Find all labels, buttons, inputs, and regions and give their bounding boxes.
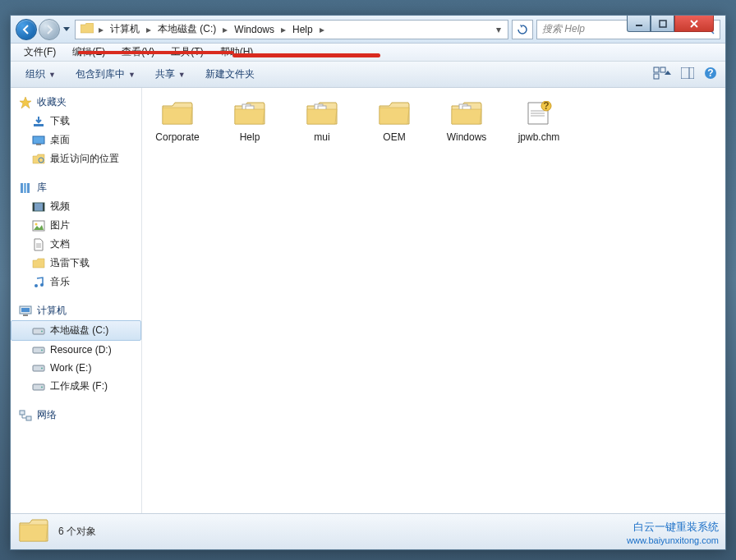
organize-button[interactable]: 组织▼ xyxy=(17,64,64,85)
favorites-header[interactable]: 收藏夹 xyxy=(11,93,141,112)
svg-rect-13 xyxy=(36,144,41,145)
libraries-header[interactable]: 库 xyxy=(11,178,141,197)
refresh-button[interactable] xyxy=(512,20,533,39)
sidebar-item-desktop[interactable]: 桌面 xyxy=(11,131,141,149)
svg-rect-18 xyxy=(33,203,44,211)
sidebar-item-drive-c[interactable]: 本地磁盘 (C:) xyxy=(11,320,141,341)
folder-icon xyxy=(80,23,94,36)
music-icon xyxy=(32,276,45,289)
annotation-red-underline xyxy=(232,53,380,57)
command-toolbar: 组织▼ 包含到库中▼ 共享▼ 新建文件夹 ? xyxy=(11,62,725,88)
breadcrumb-separator[interactable]: ▸ xyxy=(318,24,326,35)
svg-rect-17 xyxy=(27,183,30,193)
svg-rect-20 xyxy=(43,203,44,211)
sidebar-item-drive-d[interactable]: Resource (D:) xyxy=(11,341,141,359)
svg-rect-4 xyxy=(654,67,659,72)
view-options-button[interactable] xyxy=(651,65,673,84)
forward-button[interactable] xyxy=(39,19,60,40)
main-area: 收藏夹 下载 桌面 最近访问的位置 库 视频 图片 文档 迅雷下载 音乐 xyxy=(11,88,725,513)
svg-rect-29 xyxy=(21,308,30,312)
file-label: OEM xyxy=(383,131,405,143)
sidebar-item-downloads[interactable]: 下载 xyxy=(11,112,141,131)
drive-icon xyxy=(32,361,45,374)
file-label: Corporate xyxy=(155,131,199,143)
library-icon xyxy=(19,181,32,195)
file-item-help[interactable]: Help xyxy=(221,98,278,163)
sidebar-item-recent[interactable]: 最近访问的位置 xyxy=(11,149,141,168)
minimize-icon xyxy=(635,20,643,28)
svg-rect-7 xyxy=(681,67,694,79)
address-bar[interactable]: ▸ 计算机 ▸ 本地磁盘 (C:) ▸ Windows ▸ Help ▸ ▾ xyxy=(75,20,508,39)
sidebar-item-drive-e[interactable]: Work (E:) xyxy=(11,359,141,377)
close-button[interactable] xyxy=(674,16,714,32)
help-icon: ? xyxy=(704,67,717,80)
menu-file[interactable]: 文件(F) xyxy=(16,44,64,61)
file-item-mui[interactable]: mui xyxy=(293,98,351,163)
watermark: 白云一键重装系统 www.baiyunxitong.com xyxy=(627,521,719,546)
file-label: Windows xyxy=(447,131,487,143)
svg-rect-16 xyxy=(24,183,26,193)
folder-icon xyxy=(451,101,482,128)
network-header[interactable]: 网络 xyxy=(11,406,141,425)
status-item-count: 6 个对象 xyxy=(58,525,96,539)
breadcrumb-separator[interactable]: ▸ xyxy=(97,24,105,35)
folder-icon xyxy=(379,101,410,128)
computer-header[interactable]: 计算机 xyxy=(11,301,141,320)
file-list[interactable]: CorporateHelpmuiOEMWindows?jpwb.chm xyxy=(142,88,725,513)
breadcrumb-separator[interactable]: ▸ xyxy=(145,24,153,35)
navigation-pane[interactable]: 收藏夹 下载 桌面 最近访问的位置 库 视频 图片 文档 迅雷下载 音乐 xyxy=(11,88,142,513)
download-icon xyxy=(32,115,45,128)
video-icon xyxy=(32,200,45,213)
chm-file-icon: ? xyxy=(523,101,554,128)
chevron-down-icon: ▼ xyxy=(48,71,56,79)
breadcrumb-separator[interactable]: ▸ xyxy=(221,24,229,35)
file-item-corporate[interactable]: Corporate xyxy=(149,98,206,163)
window-controls xyxy=(627,16,714,32)
new-folder-button[interactable]: 新建文件夹 xyxy=(197,64,263,85)
file-item-oem[interactable]: OEM xyxy=(366,98,423,163)
breadcrumb-help[interactable]: Help xyxy=(288,22,318,37)
chevron-down-icon: ▼ xyxy=(178,71,186,79)
nav-history-dropdown[interactable] xyxy=(62,19,71,40)
breadcrumb-computer[interactable]: 计算机 xyxy=(105,21,145,38)
include-in-library-button[interactable]: 包含到库中▼ xyxy=(67,64,144,85)
drive-icon xyxy=(32,380,45,393)
preview-pane-button[interactable] xyxy=(679,66,696,83)
refresh-icon xyxy=(517,24,528,35)
annotation-red-underline xyxy=(78,51,234,54)
address-dropdown[interactable]: ▾ xyxy=(491,22,506,37)
breadcrumb-drive-c[interactable]: 本地磁盘 (C:) xyxy=(153,21,221,38)
help-button[interactable]: ? xyxy=(702,65,719,84)
nav-buttons xyxy=(16,19,71,40)
sidebar-item-pictures[interactable]: 图片 xyxy=(11,216,141,235)
sidebar-item-music[interactable]: 音乐 xyxy=(11,273,141,291)
file-item-jpwb-chm[interactable]: ?jpwb.chm xyxy=(510,98,568,163)
breadcrumb-separator[interactable]: ▸ xyxy=(279,24,288,35)
file-label: mui xyxy=(314,131,329,143)
maximize-button[interactable] xyxy=(651,16,674,32)
svg-rect-1 xyxy=(660,21,666,27)
computer-group: 计算机 本地磁盘 (C:) Resource (D:) Work (E:) 工作… xyxy=(11,301,141,396)
breadcrumb-windows[interactable]: Windows xyxy=(229,22,279,37)
share-button[interactable]: 共享▼ xyxy=(147,64,194,85)
folder-icon xyxy=(234,101,265,128)
drive-icon xyxy=(32,343,45,356)
svg-point-26 xyxy=(34,284,38,287)
back-button[interactable] xyxy=(16,19,37,40)
svg-rect-0 xyxy=(636,25,642,26)
star-icon xyxy=(19,96,32,109)
file-item-windows[interactable]: Windows xyxy=(438,98,495,163)
minimize-button[interactable] xyxy=(627,16,651,32)
details-pane: 6 个对象 白云一键重装系统 www.baiyunxitong.com xyxy=(11,513,725,549)
svg-point-32 xyxy=(41,330,43,332)
sidebar-item-drive-f[interactable]: 工作成果 (F:) xyxy=(11,377,141,396)
network-group: 网络 xyxy=(11,406,141,425)
view-icon xyxy=(653,67,671,80)
drive-icon xyxy=(32,324,45,337)
sidebar-item-thunder[interactable]: 迅雷下载 xyxy=(11,254,141,273)
svg-rect-19 xyxy=(33,203,34,211)
search-placeholder: 搜索 Help xyxy=(542,22,585,36)
sidebar-item-videos[interactable]: 视频 xyxy=(11,197,141,216)
chevron-down-icon: ▼ xyxy=(128,71,136,79)
sidebar-item-documents[interactable]: 文档 xyxy=(11,235,141,254)
